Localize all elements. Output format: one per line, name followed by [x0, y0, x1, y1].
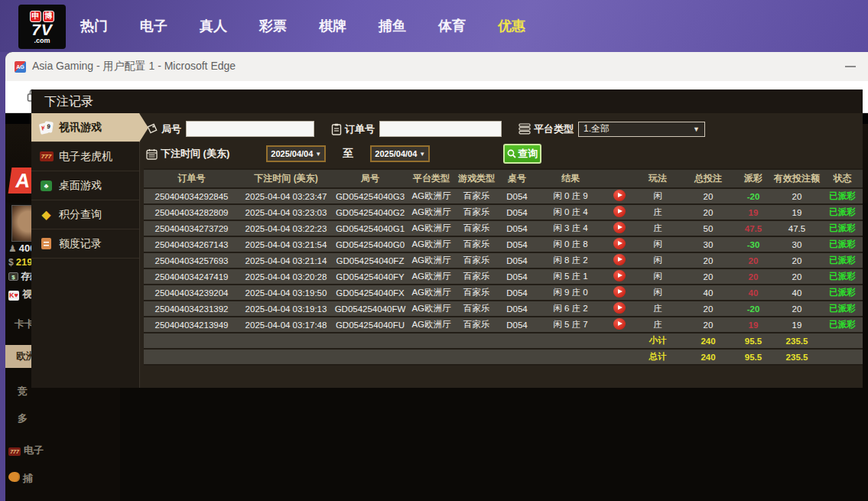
cell-bet-time: 2025-04-04 03:21:54	[239, 236, 333, 252]
nav-item-slots[interactable]: 电子	[140, 17, 167, 35]
cell-empty	[605, 333, 634, 349]
table-header-row: 订单号 下注时间 (美东) 局号 平台类型 游戏类型 桌号 结果 玩法 总投注 …	[144, 169, 863, 188]
nav-item-live[interactable]: 真人	[200, 17, 227, 35]
menu-item-quota-records[interactable]: 额度记录	[31, 229, 139, 259]
clipboard-icon	[331, 123, 342, 135]
replay-play-button[interactable]	[613, 302, 626, 314]
cell-platform: AG欧洲厅	[408, 188, 455, 204]
cell-total-bet: 20	[681, 317, 735, 333]
cell-order-no: 250404034292845	[144, 188, 239, 204]
cell-replay	[605, 301, 634, 317]
menu-item-slot-machines[interactable]: 777 电子老虎机	[31, 142, 139, 171]
cell-order-no: 250404034213949	[144, 317, 239, 333]
cell-game-type: 百家乐	[455, 317, 498, 333]
cell-total-bet: 20	[681, 268, 735, 285]
bg-item-duo[interactable]: 多	[18, 412, 28, 425]
cell-valid-bet: 40	[772, 285, 822, 301]
cell-empty	[455, 333, 498, 349]
nav-item-chess[interactable]: 棋牌	[319, 17, 346, 35]
cell-platform: AG欧洲厅	[408, 268, 455, 285]
cell-summary-label: 小计	[634, 333, 681, 349]
order-number-input[interactable]	[379, 121, 502, 137]
replay-play-button[interactable]	[613, 222, 626, 233]
menu-item-video-games[interactable]: K9 视讯游戏	[31, 113, 139, 142]
replay-play-button[interactable]	[613, 286, 626, 298]
replay-play-button[interactable]	[613, 254, 626, 265]
nav-item-hot[interactable]: 热门	[80, 17, 108, 35]
cell-bet-time: 2025-04-04 03:21:14	[239, 252, 333, 268]
cell-status: 已派彩	[822, 301, 863, 317]
cell-table-no: D054	[498, 285, 536, 301]
date-to-select[interactable]: 2025/04/04 ▼	[370, 145, 430, 162]
col-header-order-no: 订单号	[144, 169, 239, 188]
cell-total-bet: 20	[681, 252, 735, 268]
table-row: 2504040342313922025-04-04 03:19:13GD0542…	[144, 301, 863, 317]
cell-round-no: GD054254040FX	[333, 285, 408, 301]
col-header-result: 结果	[536, 169, 605, 188]
cell-order-no: 250404034231392	[144, 301, 239, 317]
cell-order-no: 250404034267143	[144, 236, 239, 252]
bg-item-video[interactable]: K♥视	[8, 288, 32, 301]
table-row: 2504040342828092025-04-04 03:23:03GD0542…	[144, 204, 863, 220]
nav-item-promo[interactable]: 优惠	[498, 17, 525, 35]
cell-replay	[605, 236, 634, 252]
cell-summary-total-bet: 240	[681, 349, 735, 365]
menu-item-points-query[interactable]: ◆ 积分查询	[31, 200, 139, 229]
cell-empty	[822, 349, 863, 365]
cell-game-type: 百家乐	[455, 301, 498, 317]
cards-icon: K9	[39, 121, 54, 134]
replay-play-button[interactable]	[613, 238, 626, 249]
cell-replay	[605, 252, 634, 268]
nav-item-lottery[interactable]: 彩票	[259, 17, 287, 35]
subtotal-row: 小计24095.5235.5	[144, 333, 863, 349]
cell-round-no: GD054254040G1	[333, 220, 408, 236]
menu-item-label: 额度记录	[59, 237, 102, 251]
cell-play: 庄	[634, 301, 681, 317]
order-number-label: 订单号	[345, 122, 375, 136]
menu-item-table-games[interactable]: ♣ 桌面游戏	[31, 171, 139, 200]
cell-order-no: 250404034239204	[144, 285, 239, 301]
cell-result: 闲 0 庄 8	[536, 236, 605, 252]
bg-item-slots[interactable]: 777电子	[8, 444, 44, 457]
replay-play-button[interactable]	[613, 190, 626, 201]
col-header-valid-bet: 有效投注额	[772, 169, 822, 188]
nav-item-sports[interactable]: 体育	[438, 17, 466, 35]
cell-game-type: 百家乐	[455, 236, 498, 252]
query-button[interactable]: 查询	[503, 144, 541, 164]
cell-game-type: 百家乐	[455, 252, 498, 268]
cell-game-type: 百家乐	[455, 285, 498, 301]
bg-item-jing[interactable]: 竞	[18, 385, 28, 399]
cell-empty	[239, 333, 333, 349]
cell-summary-payout: 95.5	[735, 349, 772, 365]
cell-round-no: GD054254040G3	[333, 188, 408, 204]
cell-order-no: 250404034282809	[144, 204, 239, 220]
bg-item-fishing[interactable]: 捕	[8, 472, 33, 486]
site-nav-items: 热门 电子 真人 彩票 棋牌 捕鱼 体育 优惠	[80, 0, 525, 52]
replay-play-button[interactable]	[613, 270, 626, 281]
cell-valid-bet: 20	[772, 301, 822, 317]
cell-valid-bet: 30	[772, 236, 822, 252]
date-from-select[interactable]: 2025/04/04 ▼	[266, 145, 326, 162]
cell-play: 闲	[634, 236, 681, 252]
cell-payout: 47.5	[735, 220, 772, 236]
logo-main: 7V	[31, 22, 53, 37]
replay-play-button[interactable]	[613, 318, 626, 330]
cell-summary-payout: 95.5	[735, 333, 772, 349]
date-to-value: 2025/04/04	[375, 149, 417, 158]
cell-valid-bet: 20	[772, 268, 822, 285]
round-number-input[interactable]	[186, 121, 314, 137]
cell-round-no: GD054254040G0	[333, 236, 408, 252]
menu-item-label: 积分查询	[59, 208, 102, 222]
cell-payout: -30	[735, 236, 772, 252]
site-logo[interactable]: 申 博 7V .com	[18, 5, 66, 49]
cell-empty	[498, 333, 536, 349]
replay-play-button[interactable]	[613, 206, 626, 217]
cell-empty	[144, 349, 239, 365]
person-icon: ♟	[8, 243, 17, 254]
minimize-button[interactable]	[845, 66, 856, 67]
cell-table-no: D054	[498, 317, 536, 333]
platform-type-select[interactable]: 1.全部 ▼	[578, 122, 705, 137]
nav-item-fishing[interactable]: 捕鱼	[379, 17, 406, 35]
table-row: 2504040342474192025-04-04 03:20:28GD0542…	[144, 268, 863, 285]
cell-empty	[239, 349, 333, 365]
